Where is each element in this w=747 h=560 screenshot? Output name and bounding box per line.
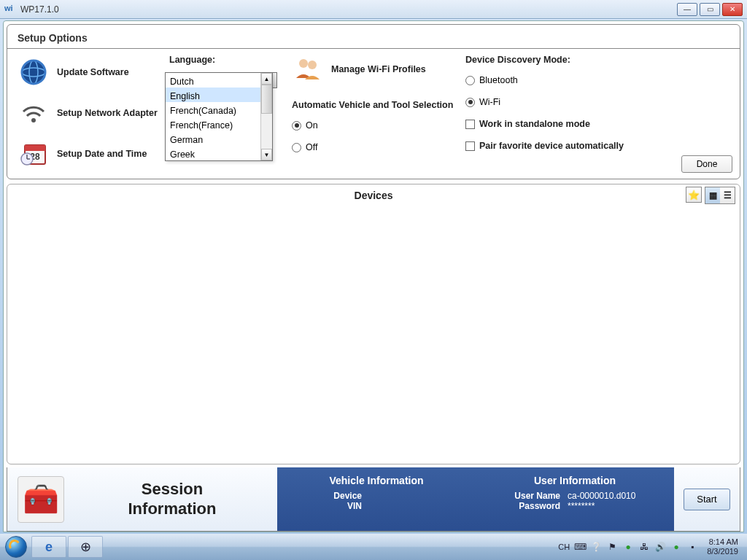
discovery-column: Device Discovery Mode: Bluetooth Wi-Fi W… [465, 55, 729, 171]
done-button[interactable]: Done [681, 155, 732, 173]
user-info-box: User Information User Nameca-0000010.d01… [476, 467, 674, 531]
devices-list [7, 206, 740, 464]
minimize-button[interactable]: — [677, 3, 697, 16]
tray-date: 8/3/2019 [707, 547, 738, 556]
vin-value [369, 501, 457, 511]
discovery-wifi-radio[interactable]: Wi-Fi [465, 97, 729, 107]
language-label: Language: [169, 55, 286, 65]
start-menu-button[interactable] [1, 535, 31, 559]
window-title: WP17.1.0 [20, 4, 59, 15]
taskbar: e ⊕ CH ⌨ ❔ ⚑ ● 🖧 🔊 ● ▪ 8:14 AM 8/3/2019 [0, 534, 747, 560]
help-icon[interactable]: ❔ [590, 541, 602, 553]
language-option-english[interactable]: English [166, 88, 260, 102]
app-logo-icon: ⊕ [80, 539, 91, 555]
setup-options-title: Setup Options [7, 25, 740, 48]
pair-checkbox[interactable]: Pair favorite device automatically [465, 141, 729, 151]
grid-icon: ▦ [709, 190, 717, 201]
network-icon[interactable]: 🖧 [638, 541, 650, 553]
update-software-label: Update Software [57, 67, 129, 77]
language-option-dutch[interactable]: Dutch [166, 73, 260, 88]
tray-misc-icon[interactable]: ▪ [686, 541, 698, 553]
view-grid-button[interactable]: ▦ [705, 187, 720, 203]
info-bar: 🧰 Session Information Vehicle Informatio… [7, 467, 740, 532]
flag-icon[interactable]: ⚑ [606, 541, 618, 553]
radio-icon [465, 76, 475, 85]
status-green2-icon[interactable]: ● [670, 541, 682, 553]
windows-icon [5, 536, 27, 558]
language-option-french-france[interactable]: French(France) [166, 117, 260, 131]
setup-date-button[interactable]: 28 Setup Date and Time [18, 136, 163, 171]
session-title-line1: Session [142, 480, 203, 498]
auto-on-label: On [306, 120, 318, 131]
scroll-thumb[interactable] [261, 85, 272, 114]
status-green-icon[interactable]: ● [622, 541, 634, 553]
vehicle-info-box: Vehicle Information Device VIN [277, 467, 476, 531]
volume-icon[interactable]: 🔊 [654, 541, 666, 553]
username-value: ca-0000010.d010 [568, 491, 655, 501]
manage-wifi-button[interactable]: Manage Wi-Fi Profiles [292, 55, 460, 84]
svg-point-12 [308, 61, 317, 69]
devices-panel: Devices ⭐ ▦ ☰ [7, 184, 740, 464]
svg-point-4 [31, 118, 36, 122]
maximize-button[interactable]: ▭ [700, 3, 720, 16]
view-list-button[interactable]: ☰ [720, 187, 735, 203]
discovery-label: Device Discovery Mode: [465, 55, 729, 65]
update-software-button[interactable]: Update Software [18, 55, 163, 90]
app-icon: wi [4, 4, 16, 15]
user-info-title: User Information [534, 475, 616, 486]
discovery-bluetooth-radio[interactable]: Bluetooth [465, 75, 729, 85]
session-info-box: 🧰 Session Information [7, 467, 277, 531]
setup-options-panel: Setup Options Update Software Setup Netw… [7, 24, 740, 179]
tray-language[interactable]: CH [558, 542, 570, 551]
pair-label: Pair favorite device automatically [479, 141, 624, 151]
people-icon [292, 53, 324, 85]
tray-clock[interactable]: 8:14 AM 8/3/2019 [703, 537, 743, 556]
setup-network-label: Setup Network Adapter [57, 108, 158, 118]
add-favorite-button[interactable]: ⭐ [686, 187, 702, 203]
checkbox-icon [465, 120, 475, 129]
wifi-icon [18, 97, 50, 129]
language-option-greek[interactable]: Greek [166, 146, 260, 160]
dropdown-scrollbar[interactable]: ▲ ▼ [260, 73, 272, 160]
device-key: Device [296, 491, 362, 501]
calendar-icon: 28 [18, 138, 50, 170]
ie-icon: e [45, 540, 53, 555]
vehicle-info-title: Vehicle Information [329, 475, 423, 486]
system-tray: CH ⌨ ❔ ⚑ ● 🖧 🔊 ● ▪ 8:14 AM 8/3/2019 [558, 537, 746, 556]
auto-on-radio[interactable]: On [292, 120, 460, 131]
taskbar-app-button[interactable]: ⊕ [68, 536, 103, 558]
checkbox-icon [465, 141, 475, 151]
standalone-checkbox[interactable]: Work in standalone mode [465, 119, 729, 129]
manage-wifi-label: Manage Wi-Fi Profiles [331, 64, 426, 74]
language-dropdown[interactable]: Dutch English French(Canada) French(Fran… [165, 72, 273, 161]
discovery-wifi-label: Wi-Fi [479, 97, 500, 107]
toolbox-icon: 🧰 [18, 476, 64, 523]
password-key: Password [495, 501, 560, 511]
radio-icon [292, 143, 301, 152]
scroll-down-icon[interactable]: ▼ [261, 149, 272, 160]
setup-network-button[interactable]: Setup Network Adapter [18, 96, 163, 131]
svg-point-11 [299, 59, 308, 68]
devices-title: Devices [355, 190, 393, 201]
scroll-up-icon[interactable]: ▲ [261, 73, 272, 85]
vin-key: VIN [296, 501, 362, 511]
device-value [369, 491, 457, 501]
session-title: Session Information [77, 480, 267, 518]
auto-select-label: Automatic Vehicle and Tool Selection [292, 100, 460, 110]
password-value: ******** [568, 501, 655, 511]
auto-off-radio[interactable]: Off [292, 142, 460, 152]
auto-off-label: Off [306, 142, 317, 152]
keyboard-icon[interactable]: ⌨ [574, 541, 586, 553]
view-toggle: ▦ ☰ [705, 187, 735, 204]
language-option-french-canada[interactable]: French(Canada) [166, 102, 260, 117]
star-icon: ⭐ [688, 190, 700, 201]
start-button[interactable]: Start [684, 489, 730, 510]
taskbar-ie-button[interactable]: e [31, 536, 66, 558]
close-button[interactable]: ✕ [722, 3, 743, 16]
username-key: User Name [495, 491, 560, 501]
setup-left-column: Update Software Setup Network Adapter 28… [18, 55, 163, 171]
setup-date-label: Setup Date and Time [57, 149, 147, 159]
radio-icon [465, 98, 475, 107]
svg-rect-6 [25, 145, 45, 151]
language-option-german[interactable]: German [166, 131, 260, 146]
